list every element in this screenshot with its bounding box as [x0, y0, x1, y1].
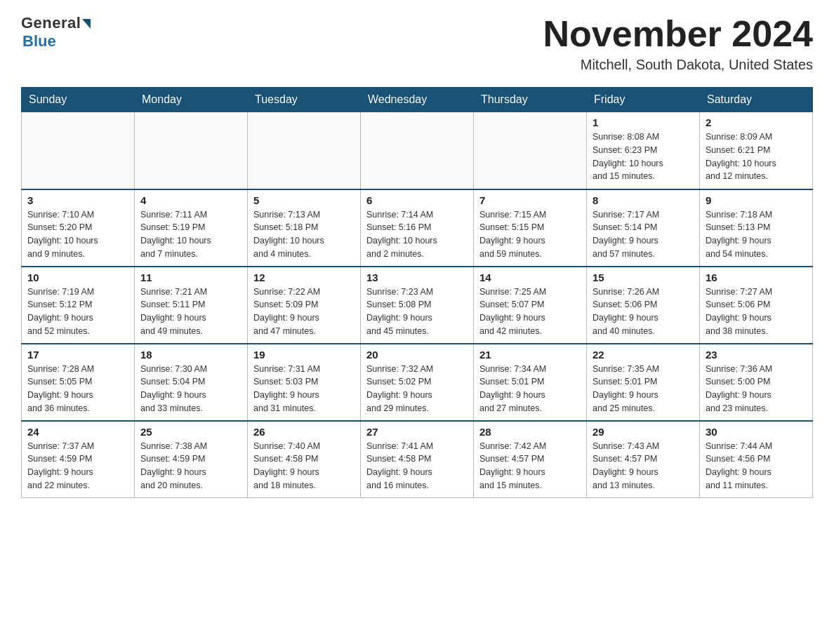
calendar-day-cell: 8Sunrise: 7:17 AM Sunset: 5:14 PM Daylig… — [587, 189, 700, 267]
day-number: 23 — [706, 349, 807, 361]
calendar-day-cell: 2Sunrise: 8:09 AM Sunset: 6:21 PM Daylig… — [700, 112, 813, 189]
page-header: General Blue November 2024 Mitchell, Sou… — [21, 14, 813, 73]
day-number: 9 — [706, 194, 807, 206]
weekday-header-monday: Monday — [135, 88, 248, 112]
calendar-day-cell: 16Sunrise: 7:27 AM Sunset: 5:06 PM Dayli… — [700, 267, 813, 344]
day-info: Sunrise: 7:13 AM Sunset: 5:18 PM Dayligh… — [253, 208, 355, 261]
day-info: Sunrise: 7:43 AM Sunset: 4:57 PM Dayligh… — [593, 440, 694, 492]
day-info: Sunrise: 7:30 AM Sunset: 5:04 PM Dayligh… — [140, 363, 241, 415]
logo-blue-text: Blue — [22, 32, 56, 51]
calendar-day-cell: 15Sunrise: 7:26 AM Sunset: 5:06 PM Dayli… — [587, 267, 700, 344]
day-info: Sunrise: 7:34 AM Sunset: 5:01 PM Dayligh… — [479, 363, 581, 415]
day-info: Sunrise: 7:14 AM Sunset: 5:16 PM Dayligh… — [366, 208, 468, 261]
day-info: Sunrise: 7:41 AM Sunset: 4:58 PM Dayligh… — [366, 440, 468, 492]
calendar-day-cell: 9Sunrise: 7:18 AM Sunset: 5:13 PM Daylig… — [700, 189, 813, 267]
logo-general-text: General — [21, 14, 81, 32]
weekday-header-wednesday: Wednesday — [361, 88, 474, 112]
calendar-week-row: 24Sunrise: 7:37 AM Sunset: 4:59 PM Dayli… — [22, 421, 813, 498]
location-title: Mitchell, South Dakota, United States — [543, 57, 813, 73]
day-info: Sunrise: 7:35 AM Sunset: 5:01 PM Dayligh… — [593, 363, 694, 415]
day-number: 2 — [706, 116, 807, 128]
day-number: 21 — [479, 349, 581, 361]
day-info: Sunrise: 7:27 AM Sunset: 5:06 PM Dayligh… — [706, 286, 807, 338]
calendar-day-cell — [248, 112, 361, 189]
weekday-header-row: SundayMondayTuesdayWednesdayThursdayFrid… — [22, 88, 813, 112]
calendar-day-cell: 3Sunrise: 7:10 AM Sunset: 5:20 PM Daylig… — [22, 189, 135, 267]
day-info: Sunrise: 7:15 AM Sunset: 5:15 PM Dayligh… — [479, 208, 581, 261]
calendar-day-cell: 17Sunrise: 7:28 AM Sunset: 5:05 PM Dayli… — [22, 344, 135, 421]
calendar-week-row: 17Sunrise: 7:28 AM Sunset: 5:05 PM Dayli… — [22, 344, 813, 421]
day-number: 7 — [479, 194, 581, 206]
calendar-day-cell: 30Sunrise: 7:44 AM Sunset: 4:56 PM Dayli… — [700, 421, 813, 498]
calendar-day-cell: 24Sunrise: 7:37 AM Sunset: 4:59 PM Dayli… — [22, 421, 135, 498]
calendar-day-cell: 25Sunrise: 7:38 AM Sunset: 4:59 PM Dayli… — [135, 421, 248, 498]
day-number: 16 — [706, 271, 807, 283]
calendar-day-cell: 20Sunrise: 7:32 AM Sunset: 5:02 PM Dayli… — [361, 344, 474, 421]
calendar-day-cell: 21Sunrise: 7:34 AM Sunset: 5:01 PM Dayli… — [474, 344, 587, 421]
day-number: 25 — [140, 426, 241, 438]
day-info: Sunrise: 7:36 AM Sunset: 5:00 PM Dayligh… — [706, 363, 807, 415]
day-number: 28 — [479, 426, 581, 438]
day-info: Sunrise: 8:08 AM Sunset: 6:23 PM Dayligh… — [593, 130, 694, 183]
calendar-day-cell — [22, 112, 135, 189]
day-info: Sunrise: 7:19 AM Sunset: 5:12 PM Dayligh… — [27, 286, 128, 338]
calendar-day-cell: 19Sunrise: 7:31 AM Sunset: 5:03 PM Dayli… — [248, 344, 361, 421]
calendar-day-cell — [135, 112, 248, 189]
calendar-day-cell: 22Sunrise: 7:35 AM Sunset: 5:01 PM Dayli… — [587, 344, 700, 421]
calendar-day-cell: 23Sunrise: 7:36 AM Sunset: 5:00 PM Dayli… — [700, 344, 813, 421]
calendar-day-cell: 5Sunrise: 7:13 AM Sunset: 5:18 PM Daylig… — [248, 189, 361, 267]
day-info: Sunrise: 7:44 AM Sunset: 4:56 PM Dayligh… — [706, 440, 807, 492]
title-area: November 2024 Mitchell, South Dakota, Un… — [543, 14, 813, 73]
day-info: Sunrise: 7:25 AM Sunset: 5:07 PM Dayligh… — [479, 286, 581, 338]
day-number: 20 — [366, 349, 468, 361]
calendar-week-row: 1Sunrise: 8:08 AM Sunset: 6:23 PM Daylig… — [22, 112, 813, 189]
day-number: 26 — [253, 426, 355, 438]
day-number: 18 — [140, 349, 241, 361]
weekday-header-friday: Friday — [587, 88, 700, 112]
day-info: Sunrise: 7:21 AM Sunset: 5:11 PM Dayligh… — [140, 286, 241, 338]
weekday-header-sunday: Sunday — [22, 88, 135, 112]
calendar-week-row: 3Sunrise: 7:10 AM Sunset: 5:20 PM Daylig… — [22, 189, 813, 267]
calendar-day-cell: 7Sunrise: 7:15 AM Sunset: 5:15 PM Daylig… — [474, 189, 587, 267]
calendar-day-cell: 13Sunrise: 7:23 AM Sunset: 5:08 PM Dayli… — [361, 267, 474, 344]
calendar-day-cell: 6Sunrise: 7:14 AM Sunset: 5:16 PM Daylig… — [361, 189, 474, 267]
day-number: 19 — [253, 349, 355, 361]
logo-arrow-icon — [82, 19, 91, 29]
day-info: Sunrise: 7:40 AM Sunset: 4:58 PM Dayligh… — [253, 440, 355, 492]
day-number: 29 — [593, 426, 694, 438]
calendar-day-cell: 29Sunrise: 7:43 AM Sunset: 4:57 PM Dayli… — [587, 421, 700, 498]
day-info: Sunrise: 8:09 AM Sunset: 6:21 PM Dayligh… — [706, 130, 807, 183]
day-number: 13 — [366, 271, 468, 283]
day-info: Sunrise: 7:18 AM Sunset: 5:13 PM Dayligh… — [706, 208, 807, 261]
calendar-day-cell — [474, 112, 587, 189]
day-info: Sunrise: 7:37 AM Sunset: 4:59 PM Dayligh… — [27, 440, 128, 492]
logo: General Blue — [21, 14, 91, 51]
calendar-day-cell: 10Sunrise: 7:19 AM Sunset: 5:12 PM Dayli… — [22, 267, 135, 344]
day-number: 17 — [27, 349, 128, 361]
day-info: Sunrise: 7:31 AM Sunset: 5:03 PM Dayligh… — [253, 363, 355, 415]
weekday-header-tuesday: Tuesday — [248, 88, 361, 112]
day-number: 1 — [593, 116, 694, 128]
day-info: Sunrise: 7:42 AM Sunset: 4:57 PM Dayligh… — [479, 440, 581, 492]
day-info: Sunrise: 7:10 AM Sunset: 5:20 PM Dayligh… — [27, 208, 128, 261]
day-number: 27 — [366, 426, 468, 438]
day-info: Sunrise: 7:28 AM Sunset: 5:05 PM Dayligh… — [27, 363, 128, 415]
day-number: 24 — [27, 426, 128, 438]
calendar-day-cell: 28Sunrise: 7:42 AM Sunset: 4:57 PM Dayli… — [474, 421, 587, 498]
weekday-header-thursday: Thursday — [474, 88, 587, 112]
day-number: 3 — [27, 194, 128, 206]
calendar-day-cell — [361, 112, 474, 189]
day-info: Sunrise: 7:32 AM Sunset: 5:02 PM Dayligh… — [366, 363, 468, 415]
day-number: 12 — [253, 271, 355, 283]
day-number: 5 — [253, 194, 355, 206]
calendar-day-cell: 4Sunrise: 7:11 AM Sunset: 5:19 PM Daylig… — [135, 189, 248, 267]
calendar-day-cell: 26Sunrise: 7:40 AM Sunset: 4:58 PM Dayli… — [248, 421, 361, 498]
day-info: Sunrise: 7:26 AM Sunset: 5:06 PM Dayligh… — [593, 286, 694, 338]
day-info: Sunrise: 7:22 AM Sunset: 5:09 PM Dayligh… — [253, 286, 355, 338]
day-number: 10 — [27, 271, 128, 283]
calendar-table: SundayMondayTuesdayWednesdayThursdayFrid… — [21, 87, 813, 498]
day-info: Sunrise: 7:38 AM Sunset: 4:59 PM Dayligh… — [140, 440, 241, 492]
day-info: Sunrise: 7:23 AM Sunset: 5:08 PM Dayligh… — [366, 286, 468, 338]
day-number: 14 — [479, 271, 581, 283]
calendar-day-cell: 12Sunrise: 7:22 AM Sunset: 5:09 PM Dayli… — [248, 267, 361, 344]
